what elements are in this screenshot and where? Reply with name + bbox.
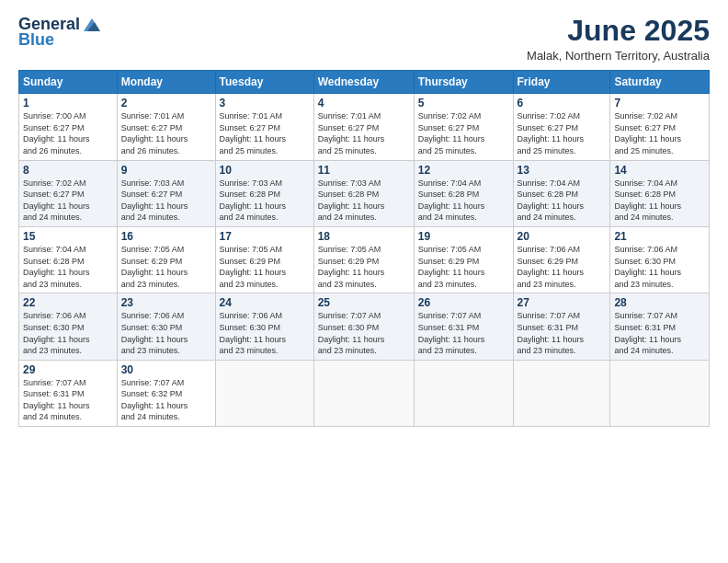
col-friday: Friday [513,71,610,94]
table-row: 15Sunrise: 7:04 AM Sunset: 6:28 PM Dayli… [19,226,118,293]
week-row: 1Sunrise: 7:00 AM Sunset: 6:27 PM Daylig… [19,94,710,160]
table-row: 26Sunrise: 7:07 AM Sunset: 6:31 PM Dayli… [414,293,513,360]
table-row: 9Sunrise: 7:03 AM Sunset: 6:27 PM Daylig… [117,160,215,226]
table-row: 28Sunrise: 7:07 AM Sunset: 6:31 PM Dayli… [610,293,710,360]
day-info: Sunrise: 7:05 AM Sunset: 6:29 PM Dayligh… [220,244,310,290]
table-row: 30Sunrise: 7:07 AM Sunset: 6:32 PM Dayli… [117,360,215,426]
day-info: Sunrise: 7:04 AM Sunset: 6:28 PM Dayligh… [23,244,113,290]
day-info: Sunrise: 7:06 AM Sunset: 6:30 PM Dayligh… [220,310,310,356]
day-info: Sunrise: 7:02 AM Sunset: 6:27 PM Dayligh… [23,178,113,224]
table-row: 5Sunrise: 7:02 AM Sunset: 6:27 PM Daylig… [414,94,513,160]
table-row: 29Sunrise: 7:07 AM Sunset: 6:31 PM Dayli… [19,360,118,426]
week-row: 8Sunrise: 7:02 AM Sunset: 6:27 PM Daylig… [19,160,710,226]
table-row: 7Sunrise: 7:02 AM Sunset: 6:27 PM Daylig… [610,94,710,160]
day-info: Sunrise: 7:07 AM Sunset: 6:30 PM Dayligh… [318,310,410,356]
table-row [610,360,710,426]
col-saturday: Saturday [610,71,710,94]
day-info: Sunrise: 7:06 AM Sunset: 6:30 PM Dayligh… [614,244,705,290]
day-number: 2 [121,97,211,109]
day-info: Sunrise: 7:04 AM Sunset: 6:28 PM Dayligh… [518,178,607,224]
table-row: 17Sunrise: 7:05 AM Sunset: 6:29 PM Dayli… [215,226,313,293]
day-number: 8 [23,164,113,177]
table-row: 19Sunrise: 7:05 AM Sunset: 6:29 PM Dayli… [414,226,513,293]
title-section: June 2025 Malak, Northern Territory, Aus… [527,15,710,63]
header: General Blue June 2025 Malak, Northern T… [18,15,710,63]
page: General Blue June 2025 Malak, Northern T… [0,0,728,563]
table-row: 16Sunrise: 7:05 AM Sunset: 6:29 PM Dayli… [117,226,215,293]
day-number: 14 [614,164,705,177]
col-tuesday: Tuesday [215,71,313,94]
day-info: Sunrise: 7:06 AM Sunset: 6:29 PM Dayligh… [518,244,607,290]
table-row: 2Sunrise: 7:01 AM Sunset: 6:27 PM Daylig… [117,94,215,160]
col-sunday: Sunday [19,71,118,94]
table-row: 22Sunrise: 7:06 AM Sunset: 6:30 PM Dayli… [19,293,118,360]
table-row: 6Sunrise: 7:02 AM Sunset: 6:27 PM Daylig… [513,94,610,160]
logo: General Blue [18,15,104,50]
day-number: 19 [418,230,509,243]
table-row: 20Sunrise: 7:06 AM Sunset: 6:29 PM Dayli… [513,226,610,293]
table-row: 25Sunrise: 7:07 AM Sunset: 6:30 PM Dayli… [313,293,414,360]
day-number: 20 [518,230,607,243]
day-number: 17 [220,230,310,243]
day-info: Sunrise: 7:01 AM Sunset: 6:27 PM Dayligh… [318,110,410,156]
day-info: Sunrise: 7:02 AM Sunset: 6:27 PM Dayligh… [614,110,705,156]
col-wednesday: Wednesday [313,71,414,94]
day-info: Sunrise: 7:03 AM Sunset: 6:28 PM Dayligh… [318,178,410,224]
day-number: 16 [121,230,211,243]
day-number: 11 [318,164,410,177]
day-number: 6 [518,97,607,109]
header-row: Sunday Monday Tuesday Wednesday Thursday… [19,71,710,94]
day-number: 23 [121,296,211,309]
table-row: 23Sunrise: 7:06 AM Sunset: 6:30 PM Dayli… [117,293,215,360]
logo-icon [82,17,102,33]
calendar: Sunday Monday Tuesday Wednesday Thursday… [18,70,710,427]
day-info: Sunrise: 7:07 AM Sunset: 6:31 PM Dayligh… [518,310,607,356]
day-info: Sunrise: 7:05 AM Sunset: 6:29 PM Dayligh… [318,244,410,290]
col-thursday: Thursday [414,71,513,94]
day-info: Sunrise: 7:01 AM Sunset: 6:27 PM Dayligh… [121,110,211,156]
week-row: 15Sunrise: 7:04 AM Sunset: 6:28 PM Dayli… [19,226,710,293]
day-number: 25 [318,296,410,309]
table-row [313,360,414,426]
location-subtitle: Malak, Northern Territory, Australia [527,49,710,63]
day-number: 7 [614,97,705,109]
day-number: 24 [220,296,310,309]
day-number: 1 [23,97,113,109]
day-number: 13 [518,164,607,177]
day-info: Sunrise: 7:02 AM Sunset: 6:27 PM Dayligh… [518,110,607,156]
day-number: 3 [220,97,310,109]
day-info: Sunrise: 7:07 AM Sunset: 6:31 PM Dayligh… [614,310,705,356]
table-row: 11Sunrise: 7:03 AM Sunset: 6:28 PM Dayli… [313,160,414,226]
table-row: 1Sunrise: 7:00 AM Sunset: 6:27 PM Daylig… [19,94,118,160]
col-monday: Monday [117,71,215,94]
day-info: Sunrise: 7:00 AM Sunset: 6:27 PM Dayligh… [23,110,113,156]
month-title: June 2025 [527,15,710,47]
day-number: 4 [318,97,410,109]
day-info: Sunrise: 7:05 AM Sunset: 6:29 PM Dayligh… [418,244,509,290]
table-row: 3Sunrise: 7:01 AM Sunset: 6:27 PM Daylig… [215,94,313,160]
day-number: 29 [23,363,113,376]
day-number: 5 [418,97,509,109]
day-info: Sunrise: 7:04 AM Sunset: 6:28 PM Dayligh… [418,178,509,224]
table-row: 13Sunrise: 7:04 AM Sunset: 6:28 PM Dayli… [513,160,610,226]
logo-blue: Blue [18,30,54,50]
table-row: 21Sunrise: 7:06 AM Sunset: 6:30 PM Dayli… [610,226,710,293]
day-number: 28 [614,296,705,309]
table-row [414,360,513,426]
week-row: 22Sunrise: 7:06 AM Sunset: 6:30 PM Dayli… [19,293,710,360]
week-row: 29Sunrise: 7:07 AM Sunset: 6:31 PM Dayli… [19,360,710,426]
table-row: 8Sunrise: 7:02 AM Sunset: 6:27 PM Daylig… [19,160,118,226]
day-number: 15 [23,230,113,243]
day-info: Sunrise: 7:03 AM Sunset: 6:27 PM Dayligh… [121,178,211,224]
day-info: Sunrise: 7:05 AM Sunset: 6:29 PM Dayligh… [121,244,211,290]
day-number: 12 [418,164,509,177]
table-row [215,360,313,426]
day-info: Sunrise: 7:03 AM Sunset: 6:28 PM Dayligh… [220,178,310,224]
table-row [513,360,610,426]
day-number: 26 [418,296,509,309]
table-row: 27Sunrise: 7:07 AM Sunset: 6:31 PM Dayli… [513,293,610,360]
day-info: Sunrise: 7:07 AM Sunset: 6:31 PM Dayligh… [23,377,113,423]
table-row: 4Sunrise: 7:01 AM Sunset: 6:27 PM Daylig… [313,94,414,160]
table-row: 14Sunrise: 7:04 AM Sunset: 6:28 PM Dayli… [610,160,710,226]
day-number: 30 [121,363,211,376]
